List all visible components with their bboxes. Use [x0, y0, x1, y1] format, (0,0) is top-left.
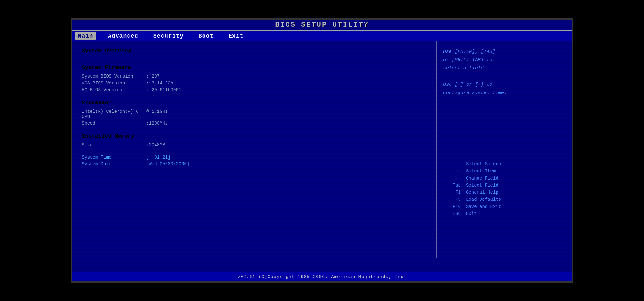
key-esc: ESC — [443, 211, 461, 216]
time-section: System Time [ :01:21] System Date [Wed 0… — [82, 155, 426, 167]
section-processor: Processor Intel(R) Celeron(R) 6 CPU @ 1.… — [82, 100, 426, 126]
speed-label: Speed — [82, 121, 146, 126]
menu-item-main[interactable]: Main — [75, 32, 96, 40]
menu-item-security[interactable]: Security — [151, 32, 186, 40]
key-desc-screen: Select Screen — [466, 161, 501, 167]
processor-row: Intel(R) Celeron(R) 6 CPU @ 1.1GHz — [82, 109, 426, 119]
right-panel: Use [ENTER], [TAB] or [SHIFT-TAB] to sel… — [437, 41, 572, 258]
system-time-value[interactable]: [ :01:21] — [146, 155, 171, 160]
main-content: System Overview System Firmware System B… — [72, 41, 572, 258]
section-overview: System Overview — [82, 48, 426, 57]
help-text: Use [ENTER], [TAB] or [SHIFT-TAB] to sel… — [443, 48, 565, 97]
speed-value: :1200MHz — [146, 121, 168, 126]
firmware-title: System Firmware — [82, 64, 426, 71]
section-firmware: System Firmware System BIOS Version : 20… — [82, 64, 426, 92]
key-arrows-ud: ↑↓ — [443, 169, 461, 174]
ec-bios-row: EC BIOS Version : 20.611b0001 — [82, 87, 426, 92]
menu-bar[interactable]: Main Advanced Security Boot Exit — [72, 31, 572, 41]
size-value: :2048MB — [146, 142, 165, 148]
processor-label: Intel(R) Celeron(R) 6 CPU — [82, 109, 146, 119]
help-line6: configure system Time. — [443, 90, 507, 96]
system-date-value[interactable]: [Wed 05/30/2000] — [146, 161, 189, 167]
key-tab: Tab — [443, 183, 461, 188]
ec-bios-label: EC BIOS Version — [82, 87, 146, 92]
key-row-change: +- Change Field — [443, 176, 565, 181]
speed-row: Speed :1200MHz — [82, 121, 426, 126]
menu-item-advanced[interactable]: Advanced — [105, 32, 141, 40]
overview-title: System Overview — [82, 48, 426, 54]
memory-title: Installed Memory — [82, 133, 426, 139]
key-desc-esc: Exit — [466, 211, 477, 216]
help-line3: select a field. — [443, 65, 487, 71]
key-f10: F10 — [443, 204, 461, 209]
key-desc-field: Select Field — [466, 183, 498, 188]
key-desc-save: Save and Exit — [466, 204, 501, 209]
left-panel: System Overview System Firmware System B… — [72, 41, 437, 258]
menu-item-boot[interactable]: Boot — [196, 32, 216, 40]
key-f1: F1 — [443, 190, 461, 195]
key-list: ←→ Select Screen ↑↓ Select Item +- Chang… — [443, 161, 565, 216]
help-line1: Use [ENTER], [TAB] — [443, 49, 495, 54]
section-memory: Installed Memory Size :2048MB — [82, 133, 426, 148]
vga-bios-row: VGA BIOS Version : 3.14.22h — [82, 81, 426, 86]
key-arrows-lr: ←→ — [443, 161, 461, 167]
key-row-item: ↑↓ Select Item — [443, 169, 565, 174]
processor-value: @ 1.1GHz — [146, 109, 168, 119]
help-line2: or [SHIFT-TAB] to — [443, 57, 492, 63]
bios-title: BIOS SETUP UTILITY — [275, 21, 369, 29]
system-time-row[interactable]: System Time [ :01:21] — [82, 155, 426, 160]
divider-overview — [82, 57, 426, 57]
vga-bios-label: VGA BIOS Version — [82, 81, 146, 86]
size-row: Size :2048MB — [82, 142, 426, 148]
system-date-label: System Date — [82, 161, 146, 167]
key-row-save: F10 Save and Exit — [443, 204, 565, 209]
processor-title: Processor — [82, 100, 426, 106]
key-plusminus: +- — [443, 176, 461, 181]
system-time-label: System Time — [82, 155, 146, 160]
system-date-row[interactable]: System Date [Wed 05/30/2000] — [82, 161, 426, 167]
bios-version-row: System BIOS Version : 207 — [82, 74, 426, 79]
key-row-screen: ←→ Select Screen — [443, 161, 565, 167]
menu-item-exit[interactable]: Exit — [226, 32, 246, 40]
vga-bios-value: : 3.14.22h — [146, 81, 173, 86]
help-line5: Use [+] or [-] to — [443, 82, 492, 87]
key-row-help: F1 General Help — [443, 190, 565, 195]
key-row-defaults: F9 Load Defaults — [443, 197, 565, 202]
ec-bios-value: : 20.611b0001 — [146, 87, 181, 92]
key-row-esc: ESC Exit — [443, 211, 565, 216]
key-desc-change: Change Field — [466, 176, 498, 181]
bios-screen: BIOS SETUP UTILITY Main Advanced Securit… — [71, 18, 573, 283]
size-label: Size — [82, 142, 146, 148]
bios-version-value: : 207 — [146, 74, 160, 79]
key-f9: F9 — [443, 197, 461, 202]
footer: v02.61 (C)Copyright 1985-2006, American … — [72, 272, 572, 281]
title-bar: BIOS SETUP UTILITY — [72, 20, 572, 31]
key-desc-item: Select Item — [466, 169, 496, 174]
bios-version-label: System BIOS Version — [82, 74, 146, 79]
key-row-field: Tab Select Field — [443, 183, 565, 188]
key-desc-defaults: Load Defaults — [466, 197, 501, 202]
footer-text: v02.61 (C)Copyright 1985-2006, American … — [237, 274, 407, 279]
key-desc-help: General Help — [466, 190, 498, 195]
